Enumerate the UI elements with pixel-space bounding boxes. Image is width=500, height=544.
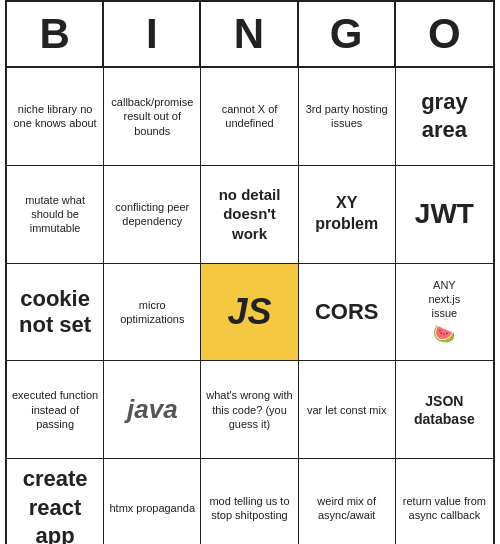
cell-free-space: JS	[201, 264, 298, 362]
header-b: B	[7, 2, 104, 66]
cell-conflicting-dependency: conflicting peer dependency	[104, 166, 201, 264]
cell-return-async-callback: return value from async callback	[396, 459, 493, 544]
cell-htmx-propaganda: htmx propaganda	[104, 459, 201, 544]
cell-whats-wrong: what's wrong with this code? (you guess …	[201, 361, 298, 459]
cell-create-react-app: create react app	[7, 459, 104, 544]
cell-cannot-x-undefined: cannot X of undefined	[201, 68, 298, 166]
cell-mutate-immutable: mutate what should be immutable	[7, 166, 104, 264]
bingo-card: B I N G O niche library no one knows abo…	[5, 0, 495, 544]
cell-json-database: JSON database	[396, 361, 493, 459]
nextjs-text: ANYnext.jsissue🍉	[428, 278, 460, 346]
cell-xy-problem: XY problem	[299, 166, 396, 264]
header-o: O	[396, 2, 493, 66]
cell-async-await-mix: weird mix of async/await	[299, 459, 396, 544]
header-n: N	[201, 2, 298, 66]
cell-no-detail: no detail doesn't work	[201, 166, 298, 264]
bingo-grid: niche library no one knows about callbac…	[7, 68, 493, 544]
cell-mod-telling: mod telling us to stop shitposting	[201, 459, 298, 544]
cell-micro-optimizations: micro optimizations	[104, 264, 201, 362]
bingo-header: B I N G O	[7, 2, 493, 68]
cell-var-let-const: var let const mix	[299, 361, 396, 459]
cell-cookie-not-set: cookie not set	[7, 264, 104, 362]
cell-executed-function: executed function instead of passing	[7, 361, 104, 459]
cell-callback-promise: callback/promise result out of bounds	[104, 68, 201, 166]
header-i: I	[104, 2, 201, 66]
watermelon-emoji: 🍉	[428, 323, 460, 346]
header-g: G	[299, 2, 396, 66]
cell-cors: CORS	[299, 264, 396, 362]
cell-gray-area: gray area	[396, 68, 493, 166]
cell-nextjs-issue: ANYnext.jsissue🍉	[396, 264, 493, 362]
cell-java: java	[104, 361, 201, 459]
cell-third-party-hosting: 3rd party hosting issues	[299, 68, 396, 166]
cell-niche-library: niche library no one knows about	[7, 68, 104, 166]
cell-jwt: JWT	[396, 166, 493, 264]
